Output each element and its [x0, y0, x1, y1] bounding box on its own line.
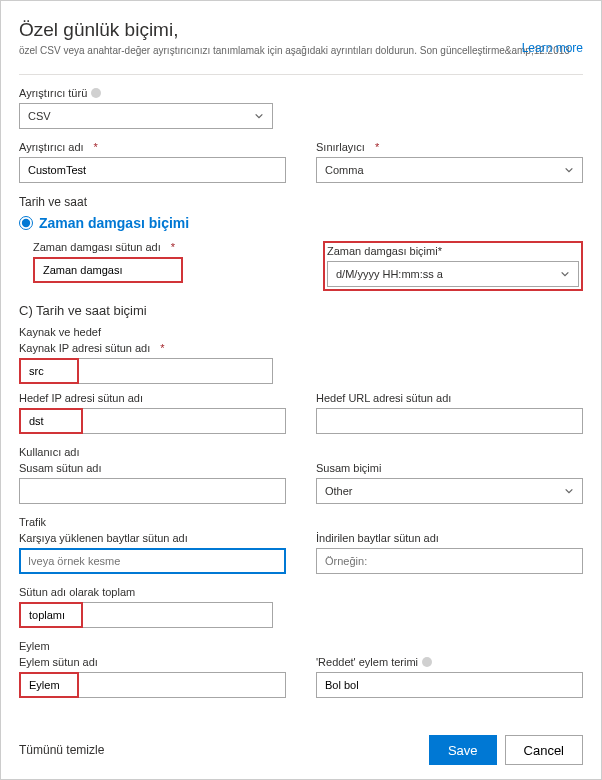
dst-ip-input[interactable] [19, 408, 83, 434]
learn-more-link[interactable]: Learn more [522, 41, 583, 55]
ts-column-label: Zaman damgası sütun adı* [33, 241, 293, 253]
delimiter-select[interactable]: Comma [316, 157, 583, 183]
downloaded-bytes-input[interactable] [316, 548, 583, 574]
sesame-col-input[interactable] [19, 478, 286, 504]
delimiter-label: Sınırlayıcı* [316, 141, 583, 153]
chevron-down-icon [564, 165, 574, 175]
downloaded-bytes-label: İndirilen baytlar sütun adı [316, 532, 583, 544]
sesame-fmt-label: Susam biçimi [316, 462, 583, 474]
divider [19, 74, 583, 75]
chevron-down-icon [564, 486, 574, 496]
parser-type-label: Ayrıştırıcı türü [19, 87, 583, 99]
info-icon [422, 657, 432, 667]
action-section: Eylem [19, 640, 583, 652]
clear-all-link[interactable]: Tümünü temizle [19, 743, 104, 757]
ts-format-label: Zaman damgası biçimi* [327, 245, 579, 257]
page-title: Özel günlük biçimi, [19, 19, 583, 41]
parser-name-input[interactable] [19, 157, 286, 183]
src-ip-label: Kaynak IP adresi sütun adı* [19, 342, 583, 354]
dst-ip-label: Hedef IP adresi sütun adı [19, 392, 286, 404]
timestamp-format-radio[interactable] [19, 216, 33, 230]
src-ip-input[interactable] [19, 358, 79, 384]
info-icon [91, 88, 101, 98]
timestamp-format-radio-label: Zaman damgası biçimi [39, 215, 189, 231]
traffic-section: Trafik [19, 516, 583, 528]
deny-term-label: 'Reddet' eylem terimi [316, 656, 583, 668]
sesame-fmt-select[interactable]: Other [316, 478, 583, 504]
total-col-label: Sütun adı olarak toplam [19, 586, 583, 598]
chevron-down-icon [560, 269, 570, 279]
chevron-down-icon [254, 111, 264, 121]
sesame-col-label: Susam sütun adı [19, 462, 286, 474]
parser-name-label: Ayrıştırıcı adı* [19, 141, 286, 153]
action-col-label: Eylem sütun adı [19, 656, 286, 668]
page-subtitle: özel CSV veya anahtar-değer ayrıştırıcın… [19, 45, 583, 56]
dst-url-input[interactable] [316, 408, 583, 434]
parser-type-select[interactable]: CSV [19, 103, 273, 129]
src-dst-section: Kaynak ve hedef [19, 326, 583, 338]
dst-url-label: Hedef URL adresi sütun adı [316, 392, 583, 404]
save-button[interactable]: Save [429, 735, 497, 765]
action-col-input[interactable] [19, 672, 79, 698]
date-time-section: Tarih ve saat [19, 195, 583, 209]
uploaded-bytes-input[interactable] [19, 548, 286, 574]
date-time-alt-section: C) Tarih ve saat biçimi [19, 303, 583, 318]
ts-format-select[interactable]: d/M/yyyy HH:mm:ss a [327, 261, 579, 287]
total-col-input[interactable] [19, 602, 83, 628]
user-section: Kullanıcı adı [19, 446, 583, 458]
uploaded-bytes-label: Karşıya yüklenen baytlar sütun adı [19, 532, 286, 544]
ts-column-input[interactable] [33, 257, 183, 283]
deny-term-input[interactable] [316, 672, 583, 698]
cancel-button[interactable]: Cancel [505, 735, 583, 765]
